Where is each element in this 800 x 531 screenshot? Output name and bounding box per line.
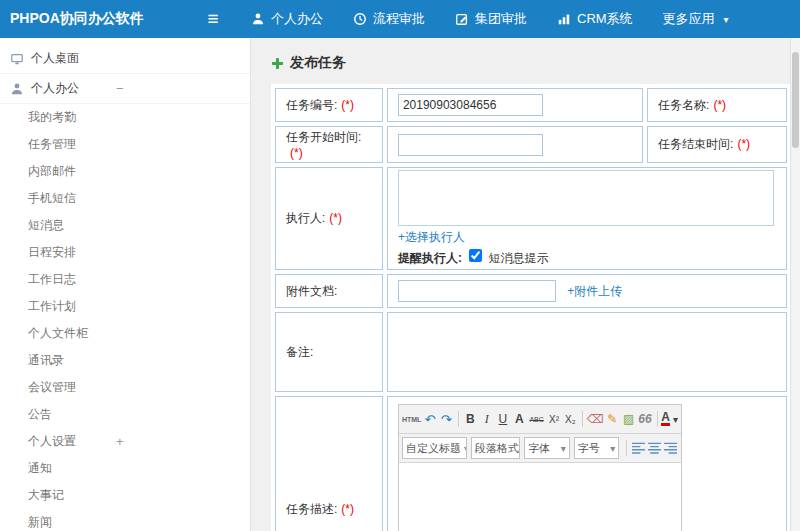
editor-content-area[interactable] [399,463,681,531]
sidebar-item-file-cabinet[interactable]: 个人文件柜 [0,320,250,347]
nav-more-apps[interactable]: 更多应用 ▾ [648,0,744,38]
sidebar-item-desktop[interactable]: 个人桌面 [0,44,250,74]
sidebar-item-label: 公告 [28,406,52,423]
start-time-input[interactable] [398,134,543,156]
executor-label: 执行人:(*) [275,167,383,270]
nav-crm-system[interactable]: CRM系统 [542,0,648,38]
chevron-down-icon: ▾ [610,443,615,454]
align-center-icon[interactable] [647,438,662,458]
sidebar-item-sms[interactable]: 手机短信 [0,185,250,212]
top-header: PHPOA协同办公软件 ≡ 个人办公 流程审批 集团审批 CRM系统 更多应用 … [0,0,800,38]
sidebar-item-label: 个人设置 [28,433,76,450]
sidebar-item-announcement[interactable]: 公告 [0,401,250,428]
chevron-down-icon: ▾ [464,443,467,454]
sidebar-item-contacts[interactable]: 通讯录 [0,347,250,374]
start-time-label: 任务开始时间:(*) [275,126,383,163]
sidebar-item-short-message[interactable]: 短消息 [0,212,250,239]
sidebar-item-label: 新闻 [28,514,52,531]
sidebar-item-label: 日程安排 [28,244,76,261]
format-painter-icon[interactable]: ✎ [605,409,620,429]
sidebar-group-personal-settings[interactable]: 个人设置 + [0,428,250,455]
publish-task-form: 任务编号:(*) 任务名称:(*) 任务开始时间:(*) 任务结束时间:(*) [271,84,791,531]
nav-label: 个人办公 [271,10,323,28]
sidebar-item-label: 通知 [28,460,52,477]
executor-textarea[interactable] [398,170,775,226]
required-mark: (*) [341,502,354,516]
sidebar-item-label: 内部邮件 [28,163,76,180]
font-color-button[interactable]: A▾ [661,409,678,429]
font-attributes-button[interactable]: A [512,409,527,429]
remove-format-icon[interactable]: ⌫ [587,409,604,429]
strikethrough-button[interactable]: ABC [528,409,545,429]
italic-button[interactable]: I [479,409,494,429]
required-mark: (*) [713,98,726,112]
page-title-row: 发布任务 [271,50,791,76]
sidebar-item-label: 大事记 [28,487,64,504]
attachment-upload-link[interactable]: +附件上传 [567,284,622,298]
font-family-select[interactable]: 字体▾ [524,437,570,459]
sidebar-item-task-management[interactable]: 任务管理 [0,131,250,158]
sidebar-item-work-log[interactable]: 工作日志 [0,266,250,293]
underline-button[interactable]: U [495,409,510,429]
page-title: 发布任务 [290,54,346,72]
sidebar-group-personal-office[interactable]: 个人办公 − [0,74,250,104]
choose-executor-link[interactable]: +选择执行人 [398,230,465,244]
highlight-icon[interactable]: ▨ [621,409,636,429]
clock-icon [353,12,367,26]
toolbar-separator [657,411,658,427]
redo-icon[interactable]: ↷ [439,409,454,429]
blockquote-button[interactable]: 66 [637,409,652,429]
expand-icon[interactable]: + [116,434,124,449]
html-source-button[interactable]: HTML [402,409,421,429]
task-no-input[interactable] [398,94,543,116]
heading-select[interactable]: 自定义标题▾ [402,437,467,459]
task-name-label: 任务名称:(*) [647,88,787,122]
editor-toolbar-row2: 自定义标题▾ 段落格式▾ 字体▾ 字号▾ [399,434,681,463]
scrollbar-thumb[interactable] [792,52,799,148]
nav-workflow-approval[interactable]: 流程审批 [338,0,440,38]
sidebar-item-attendance[interactable]: 我的考勤 [0,104,250,131]
add-icon [271,57,284,70]
paragraph-format-select[interactable]: 段落格式▾ [471,437,520,459]
sidebar-item-label: 会议管理 [28,379,76,396]
vertical-scrollbar[interactable] [790,38,800,531]
nav-label: CRM系统 [577,10,633,28]
bold-button[interactable]: B [463,409,478,429]
font-size-select[interactable]: 字号▾ [574,437,620,459]
required-mark: (*) [329,211,342,225]
toolbar-separator [582,411,583,427]
remark-textarea[interactable] [398,315,780,389]
align-right-icon[interactable] [663,438,678,458]
nav-personal-office[interactable]: 个人办公 [236,0,338,38]
sidebar-item-notice[interactable]: 通知 [0,455,250,482]
nav-label: 更多应用 [663,10,715,28]
undo-icon[interactable]: ↶ [422,409,437,429]
sidebar-item-news[interactable]: 新闻 [0,509,250,531]
sidebar-item-meeting[interactable]: 会议管理 [0,374,250,401]
remind-executor-label: 提醒执行人: [398,251,462,265]
required-mark: (*) [341,98,354,112]
attachment-input[interactable] [398,280,556,302]
menu-toggle-icon[interactable]: ≡ [190,0,236,38]
description-label: 任务描述:(*) [275,396,383,531]
sidebar-item-label: 个人文件柜 [28,325,88,342]
nav-group-approval[interactable]: 集团审批 [440,0,542,38]
sidebar-item-work-plan[interactable]: 工作计划 [0,293,250,320]
align-left-icon[interactable] [631,438,646,458]
sidebar-group-label: 个人办公 [31,80,79,97]
sidebar: 个人桌面 个人办公 − 我的考勤 任务管理 内部邮件 手机短信 短消息 日程安排… [0,38,251,531]
required-mark: (*) [737,137,750,151]
collapse-icon[interactable]: − [116,81,124,96]
sidebar-item-schedule[interactable]: 日程安排 [0,239,250,266]
sidebar-item-label: 个人桌面 [31,50,79,67]
chevron-down-icon: ▾ [673,414,678,425]
sidebar-item-label: 手机短信 [28,190,76,207]
edit-icon [455,12,469,26]
sidebar-item-internal-mail[interactable]: 内部邮件 [0,158,250,185]
sidebar-item-events[interactable]: 大事记 [0,482,250,509]
superscript-button[interactable]: X² [546,409,561,429]
sidebar-item-label: 工作计划 [28,298,76,315]
end-time-label: 任务结束时间:(*) [647,126,787,163]
subscript-button[interactable]: X₂ [563,409,578,429]
sms-remind-checkbox[interactable] [469,249,482,262]
